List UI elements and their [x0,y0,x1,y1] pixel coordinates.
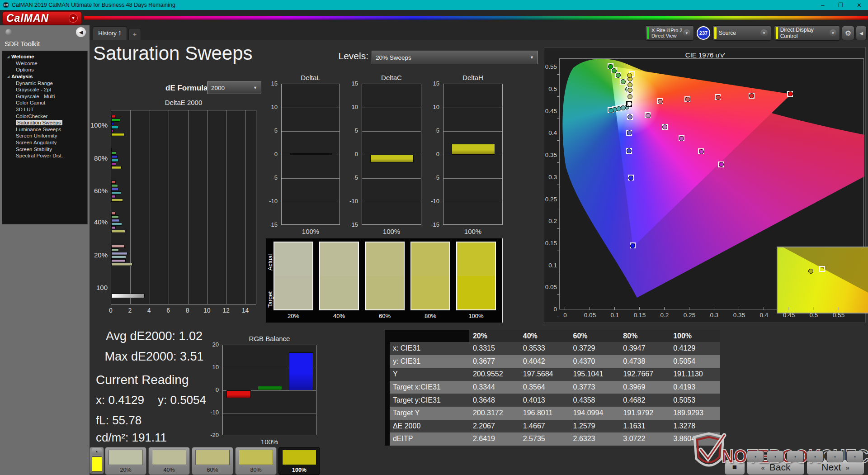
meter-control-button-5[interactable]: ▪ [826,451,844,462]
x-axis-label: 100% [281,228,340,235]
table-cell: 0.5054 [670,357,720,366]
y-tick-label: -15 [425,221,439,228]
swatch-80% [410,242,450,310]
restore-button[interactable]: ❐ [838,2,843,9]
sidebar-item-options[interactable]: Options [2,66,87,73]
pattern-button-40%[interactable]: 40% [148,447,190,475]
tick-mark [614,307,615,310]
de-formula-value: 2000 [211,85,225,91]
pattern-button-100%[interactable]: 100% [278,447,320,475]
deltae-bar [111,195,116,198]
sidebar-collapse-button[interactable]: ◀ [76,27,86,37]
pattern-button-20%[interactable]: 20% [105,447,146,475]
gridline [282,178,340,179]
tick-mark [664,307,665,310]
source-dropdown[interactable]: Source ▼ [712,25,771,41]
gridline [443,202,502,202]
pattern-button-80%[interactable]: 80% [235,447,277,475]
cie-y-tick: 0.2 [544,218,557,224]
sidebar-item-color-gamut[interactable]: Color Gamut [2,100,87,106]
current-color-chip[interactable] [92,456,102,472]
sidebar-dot-button[interactable] [5,29,12,35]
chart-title: RGB Balance [222,335,316,342]
sidebar-item-grayscale-multi[interactable]: Grayscale - Multi [2,93,87,100]
y-tick-label: -15 [344,221,358,228]
sidebar: ◀ SDR Toolkit ◢WelcomeWelcomeOptions◢Ana… [0,25,90,475]
cie-x-tick: 0.15 [632,312,647,318]
deltaH-bar [452,144,495,155]
display-status-bar [776,27,778,39]
meter-control-button-4[interactable]: ▪ [807,451,824,462]
sidebar-item-label: 3D LUT [16,107,34,112]
table-cell: 0.3677 [469,357,519,366]
meter-dropdown[interactable]: X-Rite i1Pro 2Direct View ▼ [645,25,694,41]
levels-dropdown[interactable]: 20% Sweeps▼ [372,51,538,64]
sidebar-item-saturation-sweeps[interactable]: Saturation Sweeps [2,119,87,126]
sidebar-item-screen-angularity[interactable]: Screen Angularity [2,139,87,146]
sidebar-item-spectral-power-dist-[interactable]: Spectral Power Dist. [2,152,87,159]
sidebar-item-grayscale-2pt[interactable]: Grayscale - 2pt [2,86,87,93]
row-sliver [385,394,390,407]
app-icon: CM [3,2,9,8]
back-icon: « [761,464,764,471]
sidebar-item-3d-lut[interactable]: 3D LUT [2,106,87,113]
tick-mark [813,307,814,310]
add-tab-button[interactable]: + [128,28,141,40]
settings-button[interactable]: ⚙ [842,26,854,40]
cie-x-tick: 0.2 [657,312,672,318]
sidebar-item-welcome[interactable]: ◢Welcome [2,53,87,60]
next-icon: » [845,464,849,471]
source-label: Source [719,30,736,36]
gridline [282,202,340,202]
deltae-bar [111,188,118,191]
cie-measured-circle [658,99,663,104]
pattern-swatch [108,450,143,465]
meter-control-button-3[interactable]: ▪ [787,451,804,462]
table-cell: 0.3969 [619,383,670,391]
display-control-dropdown[interactable]: Direct Display Control ▼ [774,25,840,41]
pattern-label: 100% [279,467,320,473]
sidebar-item-screen-uniformity[interactable]: Screen Uniformity [2,133,87,139]
y-tick-label: 10 [425,104,439,110]
meter-control-button-1[interactable]: ▪ [747,451,764,462]
sidebar-item-luminance-sweeps[interactable]: Luminance Sweeps [2,126,87,133]
y-tick-label: 10 [263,104,278,110]
de-formula-dropdown[interactable]: 2000▼ [207,81,261,94]
close-button[interactable]: ✕ [857,2,862,9]
meter-count-badge: 237 [697,26,710,40]
table-cell: 194.0994 [570,409,620,417]
table-cell: 0.4129 [670,344,720,352]
sidebar-item-analysis[interactable]: ◢Analysis [2,73,87,80]
table-cell: 0.3564 [519,383,570,391]
table-cell: 2.2067 [469,422,519,430]
sidebar-item-screen-stability[interactable]: Screen Stability [2,146,87,152]
minimize-button[interactable]: – [821,2,824,9]
panel-collapse-button[interactable]: ◀ [856,26,867,40]
row-label: x: CIE31 [390,344,469,352]
stop-button[interactable]: ■ [724,460,745,475]
y-tick-label: -10 [204,409,219,416]
sidebar-item-label: Dynamic Range [16,81,53,86]
tick-mark [714,307,714,310]
table-cell: 0.3947 [619,344,670,352]
gridline [443,178,502,179]
swatch-target [366,276,404,309]
pattern-swatch [282,450,316,465]
collapse-up-button[interactable]: ▲ [92,448,102,455]
pattern-button-60%[interactable]: 60% [192,447,233,475]
table-cell: 200.9552 [469,370,519,378]
y-tick-label: 20 [204,341,219,348]
tab-history-1[interactable]: History 1 [93,26,127,40]
expander-icon: ◢ [6,55,10,59]
sidebar-item-welcome[interactable]: Welcome [2,60,87,67]
meter-control-button-2[interactable]: ▪ [767,451,784,462]
meter-control-button-6[interactable]: ▪ [846,451,863,462]
sidebar-item-colorchecker[interactable]: ColorChecker [2,113,87,119]
sidebar-item-dynamic-range[interactable]: Dynamic Range [2,80,87,86]
cie-panel: CIE 1976 u'v' 00.050.10.150.20.250.30.35… [544,47,866,323]
tick-mark [557,273,559,273]
pattern-label: 80% [236,467,276,473]
deltaC-bar [370,155,413,162]
calman-logo-button[interactable]: CalMAN ▼ [2,11,82,25]
tick-mark [764,307,764,310]
